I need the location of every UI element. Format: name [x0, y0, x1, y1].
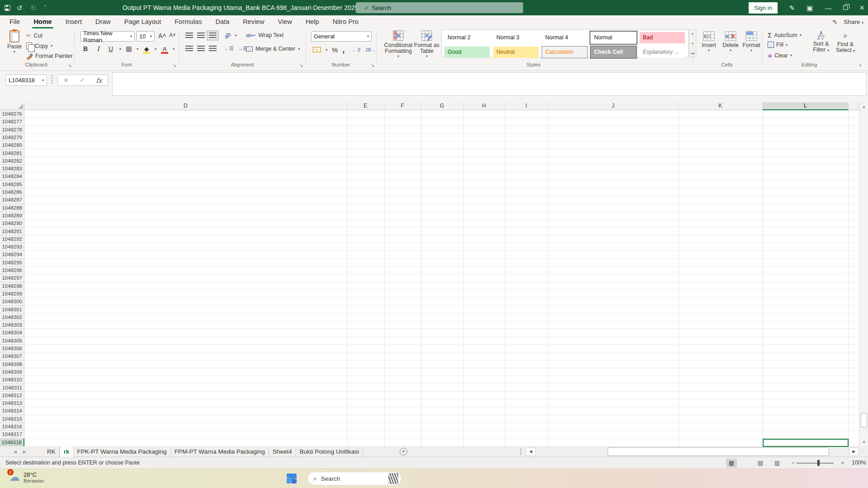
ribbon-display-options-icon[interactable]: ▣ [807, 5, 813, 11]
row-header-1048300[interactable]: 1048300 [0, 298, 24, 305]
format-painter-button[interactable]: Format Painter [26, 53, 73, 59]
row-header-1048287[interactable]: 1048287 [0, 196, 24, 204]
column-header-I[interactable]: I [505, 102, 548, 110]
conditional-formatting-button[interactable]: Conditional Formatting ▾ [384, 30, 412, 58]
name-box-dropdown-icon[interactable]: ▾ [42, 78, 44, 82]
copy-button[interactable]: Copy▾ [26, 42, 52, 49]
comma-style-button[interactable]: , [342, 45, 344, 55]
decrease-font-size-button[interactable]: A˅ [169, 32, 176, 38]
align-left-button[interactable] [185, 46, 193, 52]
style-normal[interactable]: Normal [591, 32, 636, 43]
style-explanatory-[interactable]: Explanatory ... [640, 47, 685, 58]
zoom-slider[interactable] [797, 463, 834, 464]
confirm-entry-icon[interactable]: ✓ [80, 77, 85, 84]
ribbon-tab-review[interactable]: Review [236, 15, 271, 28]
ink-pen-icon[interactable]: ✎ [789, 5, 795, 11]
alignment-dialog-launcher-icon[interactable]: ↘ [299, 63, 305, 68]
paste-button[interactable]: Paste ▾ [5, 30, 24, 54]
style-neutral[interactable]: Neutral [493, 47, 538, 58]
cancel-entry-icon[interactable]: ✕ [64, 77, 69, 84]
row-header-1048278[interactable]: 1048278 [0, 126, 24, 134]
page-layout-view-icon[interactable]: ▤ [755, 459, 766, 468]
cut-button[interactable]: ✂Cut [26, 32, 42, 39]
row-header-1048291[interactable]: 1048291 [0, 228, 24, 235]
share-button[interactable]: Share ▾ [844, 19, 863, 25]
row-header-1048307[interactable]: 1048307 [0, 352, 24, 360]
wrap-text-button[interactable]: ab↩ Wrap Text [246, 32, 283, 38]
column-header-K[interactable]: K [679, 102, 763, 110]
hscroll-right-icon[interactable]: ▶ [849, 447, 859, 456]
ribbon-tab-file[interactable]: File [3, 15, 27, 28]
style-check-cell[interactable]: Check Cell [591, 47, 636, 58]
row-header-1048308[interactable]: 1048308 [0, 361, 24, 368]
format-cells-button[interactable]: Format▾ [741, 31, 761, 52]
row-header-1048311[interactable]: 1048311 [0, 384, 24, 392]
row-header-1048288[interactable]: 1048288 [0, 204, 24, 212]
increase-decimal-button[interactable]: ←.0 [352, 47, 360, 52]
cells-area[interactable] [24, 110, 859, 446]
column-header-F[interactable]: F [384, 102, 421, 110]
minimize-button[interactable]: — [825, 4, 831, 12]
column-header-D[interactable]: D [24, 102, 347, 110]
page-break-view-icon[interactable]: ▥ [772, 459, 783, 468]
row-header-1048305[interactable]: 1048305 [0, 337, 24, 345]
style-normal-2[interactable]: Normal 2 [444, 32, 490, 43]
style-normal-4[interactable]: Normal 4 [542, 32, 587, 43]
find-select-button[interactable]: ⌕ Find &Select ▾ [834, 31, 857, 54]
increase-font-size-button[interactable]: A˄ [158, 32, 166, 39]
orientation-icon[interactable]: ab [223, 31, 232, 40]
style-bad[interactable]: Bad [640, 32, 685, 43]
sheet-tab-rk[interactable]: RK [43, 446, 60, 457]
insert-cells-button[interactable]: Insert▾ [699, 31, 719, 52]
borders-icon[interactable]: ▦ [126, 45, 132, 53]
row-header-1048284[interactable]: 1048284 [0, 173, 24, 180]
row-header-1048318[interactable]: 1048318 [0, 439, 24, 446]
pen-icon[interactable]: ✎ [832, 19, 837, 26]
sheet-tab-fpm-pt-warna-media-packaging[interactable]: FPM-PT Warna Media Packaging [171, 446, 269, 457]
autosum-button[interactable]: ΣAutoSum▾ [768, 31, 802, 39]
font-size-combo[interactable]: 10▾ [137, 31, 155, 42]
row-header-1048312[interactable]: 1048312 [0, 392, 24, 399]
row-header-1048292[interactable]: 1048292 [0, 235, 24, 243]
align-center-button[interactable] [197, 46, 205, 52]
row-header-1048309[interactable]: 1048309 [0, 368, 24, 376]
top-align-button[interactable] [185, 33, 193, 38]
column-header-G[interactable]: G [421, 102, 463, 110]
clipboard-dialog-launcher-icon[interactable]: ↘ [68, 63, 73, 68]
row-header-1048316[interactable]: 1048316 [0, 423, 24, 431]
vertical-scrollbar[interactable]: ▲ ▼ [859, 102, 868, 446]
horizontal-scroll-thumb[interactable] [608, 447, 829, 456]
row-header-1048276[interactable]: 1048276 [0, 110, 24, 118]
style-calculation[interactable]: Calculation [542, 47, 587, 58]
titlebar-search-box[interactable]: ⌕ Search [356, 2, 523, 13]
ribbon-tab-nitro-pro[interactable]: Nitro Pro [326, 15, 365, 28]
row-header-1048285[interactable]: 1048285 [0, 181, 24, 188]
row-header-1048298[interactable]: 1048298 [0, 282, 24, 290]
number-dialog-launcher-icon[interactable]: ↘ [371, 63, 376, 68]
select-all-corner[interactable] [0, 102, 24, 110]
sheet-tab-bukti-potong-unifikasi[interactable]: Bukti Potong Unifikasi [296, 446, 363, 457]
sheet-nav-right-icon[interactable]: ▶ [23, 450, 26, 454]
hscroll-splitter[interactable] [520, 449, 522, 455]
underline-dropdown-icon[interactable]: ▾ [119, 47, 121, 51]
row-header-1048293[interactable]: 1048293 [0, 243, 24, 251]
zoom-in-icon[interactable]: + [837, 459, 848, 468]
paste-dropdown-icon[interactable]: ▾ [5, 50, 24, 54]
row-header-1048299[interactable]: 1048299 [0, 290, 24, 298]
percent-style-button[interactable]: % [332, 46, 338, 54]
merge-center-button[interactable]: ↔ Merge & Center▾ [246, 46, 300, 52]
ribbon-tab-home[interactable]: Home [27, 15, 58, 28]
bold-button[interactable]: B [81, 45, 90, 52]
sheet-nav-left-icon[interactable]: ◀ [14, 450, 17, 454]
zoom-level[interactable]: 100% [849, 457, 866, 469]
row-header-1048286[interactable]: 1048286 [0, 188, 24, 196]
vertical-scroll-thumb[interactable] [861, 413, 867, 427]
formula-input[interactable] [112, 72, 867, 96]
fill-button[interactable]: ↓Fill▾ [768, 42, 788, 48]
column-header-J[interactable]: J [548, 102, 679, 110]
italic-button[interactable]: I [94, 45, 102, 52]
ribbon-tab-view[interactable]: View [271, 15, 299, 28]
collapse-ribbon-icon[interactable]: ˄ [859, 63, 862, 68]
row-header-1048283[interactable]: 1048283 [0, 165, 24, 173]
sheet-tab-fpk-pt-warna-media-packaging[interactable]: FPK-PT Warna Media Packaging [74, 446, 171, 457]
